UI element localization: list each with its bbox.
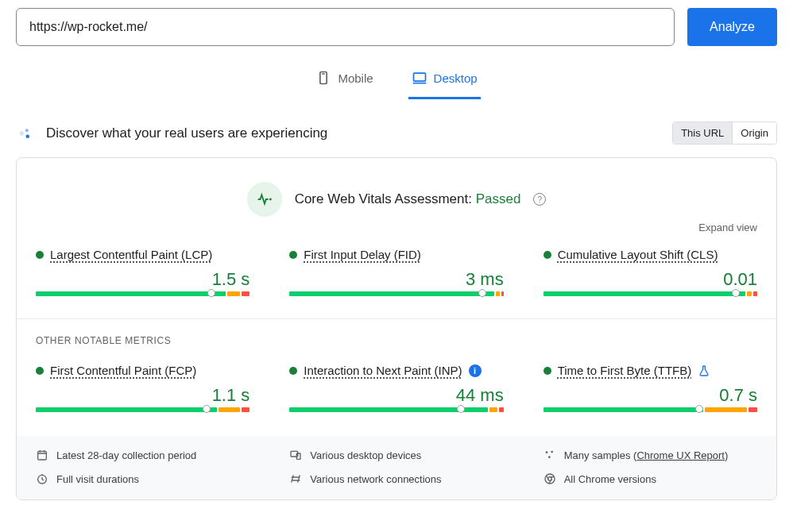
metric-fid: First Input Delay (FID) 3 ms — [289, 248, 503, 296]
footer-durations-text: Full visit durations — [56, 473, 139, 485]
footer-period: Latest 28-day collection period — [36, 449, 250, 461]
tab-mobile[interactable]: Mobile — [312, 62, 376, 99]
page-title: Discover what your real users are experi… — [46, 125, 327, 141]
metric-cls-name[interactable]: Cumulative Layout Shift (CLS) — [558, 248, 718, 261]
status-dot-icon — [543, 367, 551, 375]
status-dot-icon — [289, 367, 297, 375]
metric-ttfb-value: 0.7 s — [543, 385, 757, 406]
footer-network: Various network connections — [289, 472, 503, 485]
metric-fid-bar — [289, 291, 503, 296]
assessment-status: Passed — [476, 191, 521, 206]
chrome-icon — [543, 472, 556, 485]
status-dot-icon — [543, 251, 551, 259]
assessment-text: Core Web Vitals Assessment: Passed — [295, 191, 521, 207]
metric-lcp-name[interactable]: Largest Contentful Paint (LCP) — [50, 248, 212, 261]
metric-fcp-value: 1.1 s — [36, 385, 250, 406]
metric-ttfb-name[interactable]: Time to First Byte (TTFB) — [558, 364, 692, 377]
other-metrics-label: Other Notable Metrics — [36, 335, 757, 346]
device-tabs: Mobile Desktop — [16, 62, 777, 99]
desktop-icon — [412, 70, 427, 86]
svg-point-7 — [269, 199, 271, 201]
footer-durations: Full visit durations — [36, 472, 250, 485]
tab-desktop[interactable]: Desktop — [408, 62, 481, 99]
metric-ttfb-bar — [543, 407, 757, 412]
footer-chrome-text: All Chrome versions — [564, 473, 656, 485]
footer-samples-suffix: ) — [725, 449, 728, 461]
metric-fcp: First Contentful Paint (FCP) 1.1 s — [36, 364, 250, 412]
footer-network-text: Various network connections — [310, 473, 441, 485]
footer-samples-prefix: Many samples ( — [564, 449, 637, 461]
url-input[interactable] — [16, 8, 675, 46]
tab-mobile-label: Mobile — [338, 71, 373, 85]
metric-fid-value: 3 ms — [289, 269, 503, 290]
svg-point-13 — [548, 456, 551, 458]
info-icon[interactable]: i — [469, 364, 482, 377]
footer-samples: Many samples (Chrome UX Report) — [543, 449, 757, 461]
footer-period-text: Latest 28-day collection period — [56, 449, 196, 461]
analyze-button[interactable]: Analyze — [687, 8, 777, 46]
metric-lcp: Largest Contentful Paint (LCP) 1.5 s — [36, 248, 250, 296]
scatter-icon — [543, 449, 556, 461]
metric-fid-name[interactable]: First Input Delay (FID) — [304, 248, 421, 261]
clock-icon — [36, 472, 48, 485]
metric-inp-bar — [289, 407, 503, 412]
metric-cls: Cumulative Layout Shift (CLS) 0.01 — [543, 248, 757, 296]
svg-rect-2 — [413, 73, 425, 81]
metric-fcp-bar — [36, 407, 250, 412]
status-dot-icon — [289, 251, 297, 259]
metric-fcp-name[interactable]: First Contentful Paint (FCP) — [50, 364, 196, 377]
calendar-icon — [36, 449, 48, 461]
metadata-footer: Latest 28-day collection period Various … — [17, 436, 776, 499]
svg-point-6 — [25, 134, 29, 138]
svg-point-11 — [545, 451, 547, 453]
metric-cls-value: 0.01 — [543, 269, 757, 290]
svg-rect-8 — [38, 451, 47, 460]
metric-inp-value: 44 ms — [289, 385, 503, 406]
metric-inp: Interaction to Next Paint (INP) i 44 ms — [289, 364, 503, 412]
help-icon[interactable]: ? — [533, 193, 546, 206]
metric-lcp-value: 1.5 s — [36, 269, 250, 290]
status-dot-icon — [36, 251, 44, 259]
metric-inp-name[interactable]: Interaction to Next Paint (INP) — [304, 364, 462, 377]
toggle-this-url[interactable]: This URL — [673, 122, 732, 144]
assessment-label: Core Web Vitals Assessment: — [295, 191, 476, 206]
metric-cls-bar — [543, 291, 757, 296]
svg-point-4 — [20, 131, 25, 136]
svg-point-5 — [25, 129, 29, 132]
chrome-ux-report-link[interactable]: Chrome UX Report — [636, 449, 725, 461]
vitals-card: Core Web Vitals Assessment: Passed ? Exp… — [16, 157, 777, 500]
flask-icon[interactable] — [698, 364, 710, 377]
svg-point-12 — [551, 451, 553, 453]
mobile-icon — [315, 70, 331, 86]
scope-toggle: This URL Origin — [672, 121, 777, 145]
devices-icon — [289, 449, 302, 461]
metric-lcp-bar — [36, 291, 250, 296]
expand-view-link[interactable]: Expand view — [36, 222, 757, 233]
pulse-icon — [247, 182, 282, 217]
footer-devices: Various desktop devices — [289, 449, 503, 461]
status-dot-icon — [36, 367, 44, 375]
crux-icon — [16, 124, 35, 143]
tab-desktop-label: Desktop — [434, 71, 478, 85]
toggle-origin[interactable]: Origin — [732, 122, 776, 144]
network-icon — [289, 472, 302, 485]
footer-devices-text: Various desktop devices — [310, 449, 421, 461]
footer-chrome: All Chrome versions — [543, 472, 757, 485]
metric-ttfb: Time to First Byte (TTFB) 0.7 s — [543, 364, 757, 412]
